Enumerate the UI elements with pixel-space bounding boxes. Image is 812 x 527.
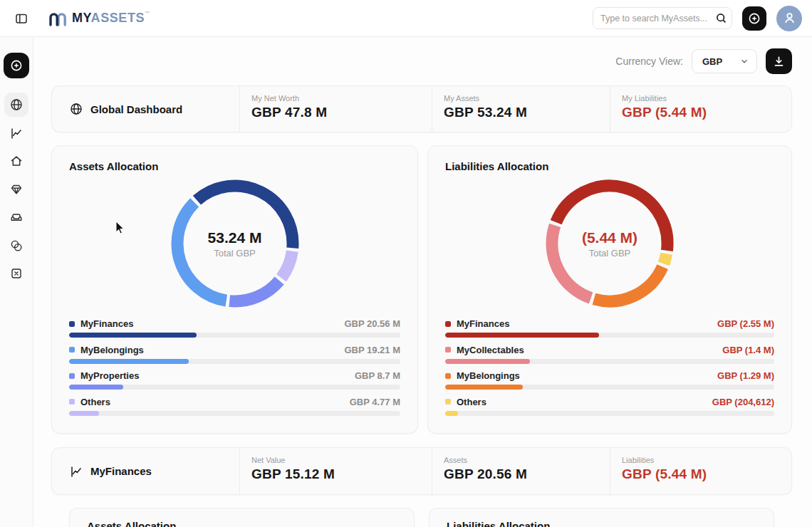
myfinances-title: MyFinances <box>52 448 239 494</box>
profile-avatar[interactable] <box>776 6 802 31</box>
assets-legend: MyFinancesGBP 20.56 MMyBelongingsGBP 19.… <box>69 318 400 416</box>
legend-amount: GBP 4.77 M <box>350 397 400 407</box>
sofa-icon <box>9 210 24 224</box>
liabilities-legend: MyFinancesGBP (2.55 M)MyCollectablesGBP … <box>445 318 774 416</box>
legend-item-myfinances: MyFinancesGBP (2.55 M) <box>445 318 774 338</box>
sidebar-item-mybelongings[interactable] <box>4 205 28 229</box>
stat-assets: AssetsGBP 20.56 M <box>432 448 610 494</box>
assets-total-value: 53.24 M <box>208 229 262 246</box>
sidebar-item-myfinances[interactable] <box>4 121 28 145</box>
line-chart-icon <box>9 126 24 140</box>
assets-donut-center: 53.24 M Total GBP <box>171 179 299 308</box>
assets-allocation-card: Assets Allocation 53.24 M Total GBP MyFi… <box>51 145 418 434</box>
liabilities-total-label: Total GBP <box>589 248 631 259</box>
plus-circle-icon <box>747 11 761 26</box>
global-dashboard-title: Global Dashboard <box>52 86 239 132</box>
stat-my-net-worth: My Net WorthGBP 47.8 M <box>239 86 432 132</box>
legend-label: MyCollectables <box>457 345 524 355</box>
sidebar-toggle-icon[interactable] <box>11 9 31 28</box>
search-box[interactable] <box>593 7 732 29</box>
legend-amount: GBP (1.4 M) <box>722 345 774 355</box>
myfinances-liabilities-allocation-title: Liabilities Allocation <box>447 520 756 527</box>
legend-color-dot <box>69 347 75 353</box>
legend-progress-bar <box>445 411 774 416</box>
legend-item-myfinances: MyFinancesGBP 20.56 M <box>69 318 400 338</box>
box-x-icon <box>9 266 24 281</box>
assets-allocation-title: Assets Allocation <box>69 160 400 172</box>
search-icon[interactable] <box>715 12 727 24</box>
liabilities-allocation-card: Liabilities Allocation (5.44 M) Total GB… <box>427 145 792 434</box>
stat-net-value: Net ValueGBP 15.12 M <box>239 448 432 494</box>
sidebar <box>0 37 33 527</box>
legend-label: Others <box>457 397 486 407</box>
sidebar-add-button[interactable] <box>4 53 29 78</box>
legend-label: MyProperties <box>80 370 139 381</box>
legend-color-dot <box>445 399 451 405</box>
legend-amount: GBP 8.7 M <box>355 370 400 381</box>
coins-icon <box>9 239 24 253</box>
stat-my-liabilities: My LiabilitiesGBP (5.44 M) <box>610 86 791 132</box>
legend-color-dot <box>69 321 75 327</box>
liabilities-allocation-title: Liabilities Allocation <box>445 160 774 172</box>
legend-item-others: OthersGBP 4.77 M <box>69 397 400 416</box>
quick-add-button[interactable] <box>742 6 766 31</box>
legend-label: MyBelongings <box>457 370 520 381</box>
plus-circle-icon <box>9 58 24 73</box>
sidebar-item-currencies[interactable] <box>4 234 28 258</box>
currency-view-label: Currency View: <box>615 56 683 67</box>
legend-amount: GBP (204,612) <box>712 397 774 407</box>
legend-color-dot <box>69 373 75 379</box>
legend-progress-bar <box>69 411 400 416</box>
logo-m-icon <box>48 10 67 27</box>
line-chart-icon <box>69 464 83 479</box>
legend-item-mybelongings: MyBelongingsGBP 19.21 M <box>69 345 400 364</box>
person-icon <box>782 11 797 26</box>
main-content: Currency View: GBP Global Dashboard <box>33 37 812 527</box>
legend-progress-bar <box>69 359 400 364</box>
globe-icon <box>9 98 24 112</box>
sidebar-item-other[interactable] <box>4 261 28 286</box>
myfinances-liabilities-allocation-card: Liabilities Allocation <box>429 508 774 527</box>
topbar: MYASSETS™ <box>0 0 812 37</box>
legend-amount: GBP 19.21 M <box>344 345 400 355</box>
legend-progress-bar <box>69 385 400 390</box>
legend-color-dot <box>445 347 451 353</box>
sidebar-item-mycollectables[interactable] <box>4 177 28 202</box>
legend-color-dot <box>445 373 451 379</box>
legend-amount: GBP (1.29 M) <box>717 370 774 381</box>
currency-select[interactable]: GBP <box>692 49 757 73</box>
sidebar-item-myproperties[interactable] <box>4 149 28 173</box>
search-input[interactable] <box>600 14 715 24</box>
legend-label: MyFinances <box>80 318 133 329</box>
download-button[interactable] <box>766 48 792 74</box>
global-dashboard-card: Global Dashboard My Net WorthGBP 47.8 MM… <box>51 85 792 132</box>
liabilities-total-value: (5.44 M) <box>582 229 637 246</box>
toolbar: Currency View: GBP <box>51 47 792 75</box>
legend-item-myproperties: MyPropertiesGBP 8.7 M <box>69 370 400 390</box>
legend-amount: GBP 20.56 M <box>344 318 400 329</box>
globe-icon <box>69 102 83 116</box>
currency-select-value: GBP <box>702 56 722 67</box>
app-logo[interactable]: MYASSETS™ <box>48 10 150 27</box>
stat-liabilities: LiabilitiesGBP (5.44 M) <box>610 448 791 494</box>
assets-donut-chart: 53.24 M Total GBP <box>171 179 299 308</box>
sidebar-item-global-dashboard[interactable] <box>4 93 28 117</box>
legend-item-mybelongings: MyBelongingsGBP (1.29 M) <box>445 370 774 390</box>
myfinances-card: MyFinances Net ValueGBP 15.12 MAssetsGBP… <box>51 447 792 495</box>
liabilities-donut-chart: (5.44 M) Total GBP <box>546 179 674 308</box>
legend-amount: GBP (2.55 M) <box>717 318 774 329</box>
myfinances-assets-allocation-card: Assets Allocation <box>69 508 415 527</box>
legend-item-others: OthersGBP (204,612) <box>445 397 774 416</box>
legend-progress-bar <box>445 359 774 364</box>
legend-color-dot <box>69 399 75 405</box>
legend-label: MyFinances <box>457 318 509 329</box>
gem-icon <box>9 182 24 197</box>
legend-label: Others <box>80 397 110 407</box>
home-icon <box>9 154 24 168</box>
legend-progress-bar <box>445 385 774 390</box>
assets-total-label: Total GBP <box>214 248 256 259</box>
liabilities-donut-center: (5.44 M) Total GBP <box>546 179 674 308</box>
stat-my-assets: My AssetsGBP 53.24 M <box>432 86 610 132</box>
legend-label: MyBelongings <box>80 345 144 355</box>
legend-progress-bar <box>445 333 774 338</box>
